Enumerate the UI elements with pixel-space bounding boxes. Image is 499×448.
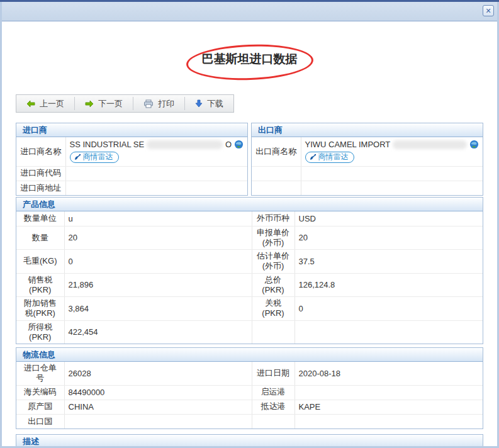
field-value: 0 [64, 250, 252, 274]
importer-radar-link[interactable]: 商情雷达 [70, 152, 119, 163]
logistics-section-header: 物流信息 [16, 348, 483, 362]
prev-page-label: 上一页 [40, 98, 64, 109]
prev-page-button[interactable]: 上一页 [16, 95, 74, 112]
field-value: 3,864 [64, 297, 252, 321]
exporter-name-label: 出口商名称 [252, 137, 301, 166]
radar-label: 商情雷达 [83, 152, 113, 162]
field-label: 销售税(PKR) [16, 273, 64, 297]
arrow-left-icon [26, 100, 35, 108]
field-value: 0 [294, 297, 483, 321]
field-value [294, 320, 483, 344]
table-row: 销售税(PKR) 21,896 总价(PKR) 126,124.8 [16, 273, 483, 297]
product-table: 数量单位 u 外币币种 USD 数量 20 申报单价(外币) 20 毛重(KG)… [16, 211, 483, 344]
importer-address-label: 进口商地址 [16, 181, 65, 195]
importer-name-text: SS INDUSTRIAL SE [70, 139, 145, 150]
field-value [294, 385, 483, 400]
field-value: 37.5 [294, 250, 483, 274]
exporter-name-cell: YIWU CAMEL IMPORT [301, 137, 483, 166]
logistics-section: 物流信息 进口仓单号 26028 进口日期 2020-08-18 海关编码 84… [16, 347, 483, 429]
field-label: 进口日期 [252, 362, 294, 385]
empty-value [301, 181, 483, 195]
field-value [64, 414, 252, 428]
printer-icon [143, 99, 154, 108]
radar-dish-icon [309, 154, 317, 161]
table-row [252, 166, 483, 181]
field-value: u [64, 211, 252, 226]
dialog-window: ✕ 巴基斯坦进口数据 上一页 下一页 [0, 0, 499, 448]
empty-value [301, 166, 483, 181]
table-row: 出口国 [16, 414, 483, 428]
field-value: KAPE [294, 400, 483, 414]
field-label: 数量 [16, 226, 64, 250]
importer-name-cell: SS INDUSTRIAL SE O [65, 137, 247, 166]
empty-label [252, 166, 301, 181]
field-label: 启运港 [252, 385, 294, 400]
field-value [294, 414, 483, 428]
field-label: 毛重(KG) [16, 250, 64, 274]
importer-table: 进口商名称 SS INDUSTRIAL SE O [16, 137, 247, 195]
product-section: 产品信息 数量单位 u 外币币种 USD 数量 20 申报单价(外币) 20 毛… [16, 197, 483, 344]
close-icon: ✕ [485, 7, 491, 15]
field-label: 申报单价(外币) [252, 226, 294, 250]
field-label: 外币币种 [252, 211, 294, 226]
page-title: 巴基斯坦进口数据 [16, 51, 483, 67]
field-label: 进口仓单号 [16, 362, 64, 385]
field-label: 出口国 [16, 414, 64, 428]
field-value: 20 [294, 226, 483, 250]
download-button[interactable]: 下载 [185, 95, 233, 112]
heading-area: 巴基斯坦进口数据 [16, 42, 483, 79]
table-row: 数量 20 申报单价(外币) 20 [16, 226, 483, 250]
field-label: 原产国 [16, 400, 64, 414]
importer-code-value [65, 166, 247, 181]
product-section-header: 产品信息 [16, 198, 483, 211]
censored-blur [147, 140, 223, 149]
next-page-button[interactable]: 下一页 [75, 95, 133, 112]
field-label: 总价(PKR) [252, 273, 294, 297]
importer-address-value [65, 181, 247, 195]
table-row: 进口商地址 [16, 181, 247, 195]
trader-sections: 进口商 进口商名称 SS INDUSTRIAL SE O [16, 123, 483, 196]
field-label [252, 414, 294, 428]
field-label: 附加销售税(PKR) [16, 297, 64, 321]
field-label: 数量单位 [16, 211, 64, 226]
dialog-content: 巴基斯坦进口数据 上一页 下一页 打印 [2, 21, 497, 446]
arrow-right-icon [85, 100, 94, 108]
table-row: 海关编码 84490000 启运港 [16, 385, 483, 400]
exporter-section-header: 出口商 [252, 123, 483, 137]
field-value: 84490000 [64, 385, 252, 400]
field-value: 126,124.8 [294, 273, 483, 297]
table-row [252, 181, 483, 195]
close-button[interactable]: ✕ [483, 5, 494, 16]
table-row: 毛重(KG) 0 估计单价(外币) 37.5 [16, 250, 483, 274]
exporter-name-text: YIWU CAMEL IMPORT [305, 139, 391, 150]
field-label: 关税(PKR) [252, 297, 294, 321]
importer-section: 进口商 进口商名称 SS INDUSTRIAL SE O [16, 123, 248, 196]
field-label: 抵达港 [252, 400, 294, 414]
dialog-titlebar: ✕ [2, 2, 497, 21]
download-label: 下载 [207, 98, 223, 109]
field-label: 估计单价(外币) [252, 250, 294, 274]
logistics-table: 进口仓单号 26028 进口日期 2020-08-18 海关编码 8449000… [16, 362, 483, 428]
globe-icon[interactable] [234, 140, 244, 149]
importer-code-label: 进口商代码 [16, 166, 65, 181]
description-section-header: 描述 [16, 435, 483, 446]
table-row: 所得税(PKR) 422,454 [16, 320, 483, 344]
exporter-table: 出口商名称 YIWU CAMEL IMPORT [252, 137, 483, 195]
globe-icon[interactable] [469, 140, 479, 149]
importer-name-suffix: O [225, 139, 232, 150]
exporter-radar-link[interactable]: 商情雷达 [305, 152, 354, 163]
next-page-label: 下一页 [98, 98, 123, 109]
field-value: CHINA [64, 400, 252, 414]
field-label: 所得税(PKR) [16, 320, 64, 344]
toolbar: 上一页 下一页 打印 下载 [16, 94, 234, 113]
print-label: 打印 [158, 98, 174, 109]
table-row: 原产国 CHINA 抵达港 KAPE [16, 400, 483, 414]
field-value: 422,454 [64, 320, 252, 344]
description-section: 描述 产品描述 NEW FACE MASK EAR BAND ULTRASONI… [16, 434, 483, 446]
empty-label [252, 181, 301, 195]
table-row: 数量单位 u 外币币种 USD [16, 211, 483, 226]
radar-label: 商情雷达 [318, 152, 349, 162]
radar-dish-icon [74, 154, 81, 161]
print-button[interactable]: 打印 [133, 95, 184, 112]
exporter-section: 出口商 出口商名称 YIWU CAMEL IMPORT [251, 123, 483, 196]
